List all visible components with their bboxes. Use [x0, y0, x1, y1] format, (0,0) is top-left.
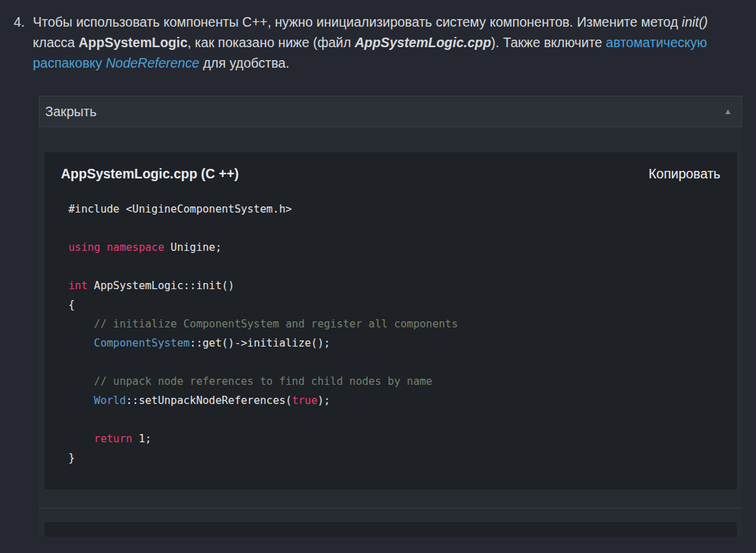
spoiler-body: AppSystemLogic.cpp (C ++) Копировать #in…	[39, 127, 742, 509]
file-name: AppSystemLogic.cpp	[354, 35, 491, 50]
paragraph-text: Чтобы использовать компоненты C++, нужно…	[33, 14, 682, 29]
code-line: {	[68, 295, 720, 314]
code-line: ComponentSystem::get()->initialize();	[68, 334, 720, 353]
list-item-text: Чтобы использовать компоненты C++, нужно…	[33, 12, 742, 73]
link-text-italic[interactable]: NodeReference	[106, 55, 200, 70]
chevron-up-icon: ▲	[724, 107, 732, 116]
code-block: AppSystemLogic.cpp (C ++) Копировать #in…	[44, 152, 737, 489]
paragraph-text: ). Также включите	[491, 35, 606, 50]
code-line	[68, 257, 720, 276]
code-line: // unpack node references to find child …	[68, 372, 720, 391]
spoiler-toggle[interactable]: Закрыть ▲	[39, 96, 742, 127]
code-line	[68, 410, 720, 429]
code-block-title: AppSystemLogic.cpp (C ++)	[61, 166, 239, 182]
documentation-page: 4. Чтобы использовать компоненты C++, ну…	[0, 0, 756, 537]
paragraph-text: , как показано ниже (файл	[187, 35, 354, 50]
list-number: 4.	[14, 12, 33, 73]
spoiler-panel: Закрыть ▲ AppSystemLogic.cpp (C ++) Копи…	[39, 96, 742, 537]
spoiler-label: Закрыть	[45, 104, 96, 120]
partial-code-block	[44, 522, 737, 537]
code-block-header: AppSystemLogic.cpp (C ++) Копировать	[61, 166, 720, 182]
code-line: int AppSystemLogic::init()	[68, 276, 720, 295]
paragraph-text: класса	[33, 35, 79, 50]
code-line: using namespace Unigine;	[68, 238, 720, 257]
copy-button[interactable]: Копировать	[649, 166, 720, 182]
method-name: init()	[682, 14, 708, 29]
spoiler-body-continued	[39, 509, 742, 537]
code-line: }	[68, 448, 720, 468]
code-line: // initialize ComponentSystem and regist…	[68, 314, 720, 334]
code-line: World::setUnpackNodeReferences(true);	[68, 391, 720, 410]
code-content: #include <UnigineComponentSystem.h> usin…	[61, 200, 720, 468]
code-line	[68, 219, 720, 238]
paragraph-text: для удобства.	[199, 55, 289, 70]
code-line: return 1;	[68, 429, 720, 448]
class-name: AppSystemLogic	[79, 35, 187, 50]
code-line: #include <UnigineComponentSystem.h>	[68, 200, 720, 219]
list-item-4: 4. Чтобы использовать компоненты C++, ну…	[14, 12, 742, 73]
code-line	[68, 353, 720, 372]
